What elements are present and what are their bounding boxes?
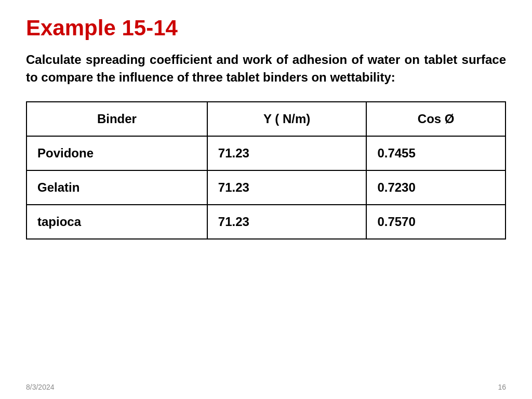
cell-binder-1: Gelatin [26, 170, 207, 205]
cell-cos-2: 0.7570 [366, 205, 506, 239]
slide-footer: 8/3/2024 16 [0, 383, 532, 391]
cell-binder-0: Povidone [26, 136, 207, 170]
cell-binder-2: tapioca [26, 205, 207, 239]
cell-y-1: 71.23 [207, 170, 367, 205]
cell-cos-0: 0.7455 [366, 136, 506, 170]
table-row: Povidone 71.23 0.7455 [26, 136, 506, 170]
table-row: Gelatin 71.23 0.7230 [26, 170, 506, 205]
slide-description: Calculate spreading coefficient and work… [26, 51, 506, 86]
col-header-binder: Binder [26, 102, 207, 136]
slide-title: Example 15-14 [26, 16, 506, 41]
table-row: tapioca 71.23 0.7570 [26, 205, 506, 239]
cell-cos-1: 0.7230 [366, 170, 506, 205]
table-header-row: Binder Y ( N/m) Cos Ø [26, 102, 506, 136]
cell-y-2: 71.23 [207, 205, 367, 239]
footer-page-number: 16 [498, 383, 506, 391]
cell-y-0: 71.23 [207, 136, 367, 170]
footer-date: 8/3/2024 [26, 383, 55, 391]
data-table: Binder Y ( N/m) Cos Ø Povidone 71.23 0.7… [26, 101, 506, 240]
col-header-y: Y ( N/m) [207, 102, 367, 136]
col-header-cos: Cos Ø [366, 102, 506, 136]
